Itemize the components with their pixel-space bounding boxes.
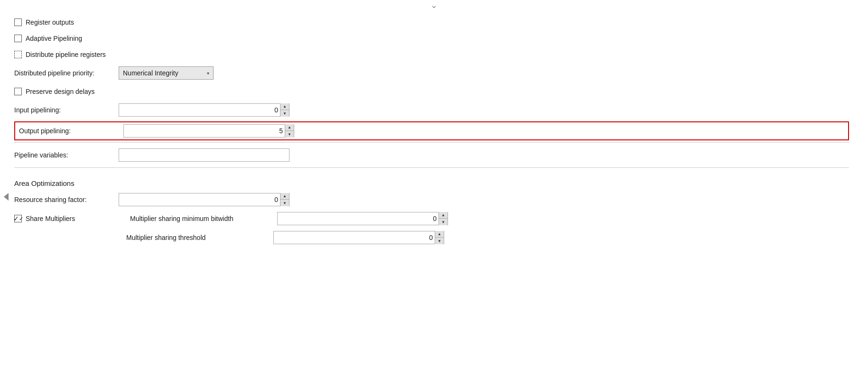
input-pipelining-row: Input pipelining: 0 ▲ ▼ [14,100,849,120]
output-pipelining-spinbox[interactable]: 5 ▲ ▼ [123,124,294,138]
mult-sharing-threshold-value: 0 [274,234,435,241]
input-pipelining-spinbox[interactable]: 0 ▲ ▼ [119,103,289,117]
input-pipelining-spinbox-container: 0 ▲ ▼ [119,103,289,117]
mult-sharing-min-down-button[interactable]: ▼ [439,219,448,225]
mult-sharing-threshold-spinbox[interactable]: 0 ▲ ▼ [273,231,444,244]
area-optimizations-section: Area Optimizations Resource sharing fact… [14,170,849,247]
section-divider-2 [14,167,849,168]
resource-sharing-spinbox-container: 0 ▲ ▼ [119,193,289,206]
output-pipelining-spinbox-container: 5 ▲ ▼ [123,124,294,138]
resource-sharing-factor-row: Resource sharing factor: 0 ▲ ▼ [14,190,849,209]
register-outputs-row: Register outputs [14,14,849,30]
content-area: Register outputs Adaptive Pipelining Dis… [14,9,849,247]
distribute-pipeline-registers-checkbox[interactable] [14,51,22,58]
pipeline-variables-row: Pipeline variables: [14,145,849,165]
distributed-pipeline-priority-row: Distributed pipeline priority: Numerical… [14,63,849,83]
mult-sharing-threshold-spinbox-container: 0 ▲ ▼ [273,231,444,244]
multiplier-sharing-min-bitwidth-label: Multiplier sharing minimum bitwidth [130,215,272,222]
mult-sharing-min-spinbox-container: 0 ▲ ▼ [277,212,448,225]
pipeline-variables-input[interactable] [119,148,289,162]
preserve-design-delays-row: Preserve design delays [14,83,849,100]
collapse-indicator[interactable]: ⌄ [430,0,438,10]
distributed-pipeline-priority-dropdown[interactable]: Numerical Integrity ▾ [119,66,214,80]
resource-sharing-down-button[interactable]: ▼ [280,200,289,206]
resource-sharing-spinbox[interactable]: 0 ▲ ▼ [119,193,289,206]
area-optimizations-title: Area Optimizations [14,174,849,190]
register-outputs-label: Register outputs [26,18,74,26]
register-outputs-checkbox[interactable] [14,18,22,26]
preserve-design-delays-label: Preserve design delays [26,88,95,95]
mult-sharing-threshold-row: Multiplier sharing threshold 0 ▲ ▼ [14,228,849,247]
input-pipelining-down-button[interactable]: ▼ [280,110,289,117]
adaptive-pipelining-checkbox[interactable] [14,35,22,42]
resource-sharing-factor-label: Resource sharing factor: [14,196,119,203]
resource-sharing-up-button[interactable]: ▲ [280,193,289,200]
resource-sharing-spinbox-buttons: ▲ ▼ [280,193,289,206]
distribute-pipeline-registers-row: Distribute pipeline registers [14,46,849,63]
share-multipliers-row: ✓ Share Multipliers Multiplier sharing m… [14,209,849,228]
mult-sharing-min-spinbox-buttons: ▲ ▼ [439,212,448,225]
mult-sharing-threshold-down-button[interactable]: ▼ [435,238,444,244]
mult-sharing-threshold-up-button[interactable]: ▲ [435,231,444,238]
main-container: ⌄ Register outputs Adaptive Pipelining D… [0,0,868,386]
output-pipelining-highlighted-row: Output pipelining: 5 ▲ ▼ [14,121,849,140]
output-pipelining-label: Output pipelining: [19,127,123,135]
adaptive-pipelining-label: Adaptive Pipelining [26,35,82,42]
input-pipelining-value: 0 [119,106,280,114]
share-multipliers-label: Share Multipliers [26,215,130,222]
input-pipelining-up-button[interactable]: ▲ [280,103,289,110]
preserve-design-delays-checkbox[interactable] [14,88,22,95]
section-divider-1 [14,142,849,143]
input-pipelining-spinbox-buttons: ▲ ▼ [280,103,289,117]
output-pipelining-down-button[interactable]: ▼ [285,131,294,138]
mult-sharing-min-spinbox[interactable]: 0 ▲ ▼ [277,212,448,225]
mult-sharing-threshold-spinbox-buttons: ▲ ▼ [435,231,444,244]
panel-left-arrow [4,193,9,201]
resource-sharing-value: 0 [119,196,280,203]
dropdown-arrow-icon: ▾ [202,71,209,76]
distributed-pipeline-priority-label: Distributed pipeline priority: [14,69,119,77]
distributed-pipeline-priority-value: Numerical Integrity [123,69,178,77]
output-pipelining-up-button[interactable]: ▲ [285,124,294,131]
adaptive-pipelining-row: Adaptive Pipelining [14,30,849,46]
output-pipelining-spinbox-buttons: ▲ ▼ [285,124,294,138]
multiplier-sharing-threshold-label: Multiplier sharing threshold [126,234,269,241]
distribute-pipeline-registers-label: Distribute pipeline registers [26,51,106,58]
output-pipelining-value: 5 [124,127,285,135]
mult-sharing-min-value: 0 [278,215,439,222]
pipeline-variables-label: Pipeline variables: [14,151,119,159]
distributed-pipeline-priority-dropdown-container: Numerical Integrity ▾ [119,66,214,80]
input-pipelining-label: Input pipelining: [14,106,119,114]
mult-sharing-min-up-button[interactable]: ▲ [439,212,448,219]
share-multipliers-checkbox[interactable]: ✓ [14,215,22,222]
